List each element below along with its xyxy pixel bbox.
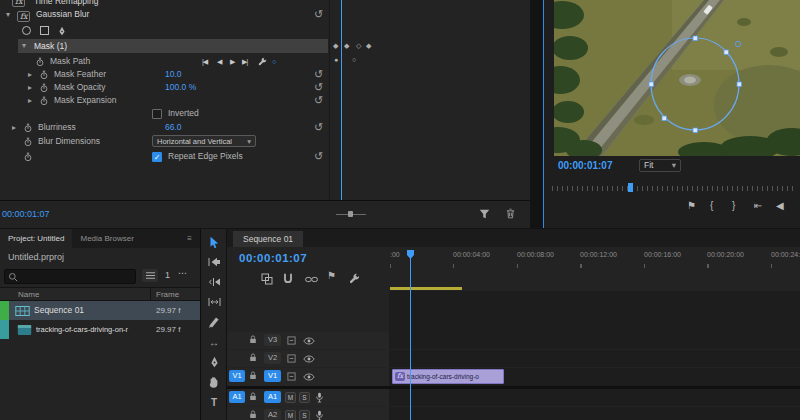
keyframe-icon[interactable]: ◆ bbox=[366, 42, 371, 50]
track-lock-icon[interactable] bbox=[249, 335, 257, 344]
pen-mask-tool[interactable] bbox=[58, 26, 66, 36]
mask-path-keyframe-icon[interactable]: ○ bbox=[352, 56, 356, 64]
zoom-slider-handle[interactable] bbox=[348, 211, 353, 217]
mask-tracking-settings-wrench-icon[interactable] bbox=[258, 57, 267, 66]
voiceover-mic-icon[interactable] bbox=[315, 392, 324, 403]
program-timecode[interactable]: 00:00:01:07 bbox=[558, 160, 612, 171]
zoom-level-dropdown[interactable]: Fit▾ bbox=[639, 159, 681, 172]
track-content-v3[interactable] bbox=[389, 332, 800, 349]
repeat-edge-pixels-checkbox[interactable]: ✓ bbox=[152, 152, 162, 162]
track-target-a1[interactable]: A1 bbox=[264, 391, 281, 403]
step-back-button[interactable]: ◀ bbox=[776, 200, 784, 211]
track-visibility-eye-icon[interactable] bbox=[303, 355, 315, 363]
track-content-v1[interactable]: fx tracking-of-cars-driving-o bbox=[389, 368, 800, 386]
track-lock-icon[interactable] bbox=[249, 353, 257, 362]
selection-tool[interactable] bbox=[206, 234, 222, 250]
track-target-v1[interactable]: V1 bbox=[264, 370, 281, 382]
reset-param-button[interactable]: ↺ bbox=[314, 150, 323, 162]
chevron-right-icon[interactable]: ▸ bbox=[28, 81, 32, 94]
inverted-checkbox[interactable] bbox=[152, 109, 162, 119]
go-to-in-button[interactable]: ⇤ bbox=[754, 200, 762, 211]
sync-lock-icon[interactable] bbox=[287, 372, 296, 381]
track-lock-icon[interactable] bbox=[249, 392, 257, 401]
column-name[interactable]: Name bbox=[18, 288, 39, 301]
timeline-settings-wrench-icon[interactable] bbox=[349, 273, 360, 284]
tab-project[interactable]: Project: Untitled bbox=[0, 229, 72, 248]
chevron-right-icon[interactable]: ▸ bbox=[12, 121, 16, 134]
project-item-clip[interactable]: tracking-of-cars-driving-on-r 29.97 f bbox=[0, 320, 200, 339]
chevron-down-icon[interactable]: ▾ bbox=[22, 39, 26, 53]
mute-button[interactable]: M bbox=[285, 410, 296, 420]
source-patch-a1[interactable]: A1 bbox=[229, 391, 245, 403]
track-content-v2[interactable] bbox=[389, 350, 800, 367]
chevron-down-icon[interactable]: ▾ bbox=[6, 8, 10, 21]
keyframe-icon[interactable]: ◆ bbox=[344, 42, 349, 50]
timeline-timecode[interactable]: 00:00:01:07 bbox=[239, 252, 307, 264]
effect-lane-playhead[interactable] bbox=[341, 0, 342, 200]
track-mask-backward-button[interactable]: ◀ bbox=[217, 55, 221, 68]
stopwatch-icon[interactable] bbox=[40, 83, 48, 93]
chevron-right-icon[interactable]: ▸ bbox=[28, 94, 32, 107]
chevron-right-icon[interactable]: ▸ bbox=[28, 68, 32, 81]
mask-feather-value[interactable]: 10.0 bbox=[165, 68, 182, 81]
stopwatch-icon[interactable] bbox=[24, 152, 32, 162]
effect-row-time-remapping[interactable]: fx Time Remapping bbox=[0, 0, 330, 8]
track-mask-forward-button[interactable]: ▶ bbox=[230, 55, 234, 68]
column-frame[interactable]: Frame bbox=[156, 288, 179, 301]
overflow-icon[interactable]: ⋯ bbox=[178, 268, 187, 278]
reset-param-button[interactable]: ↺ bbox=[314, 81, 323, 93]
blur-dimensions-dropdown[interactable]: Horizontal and Vertical▾ bbox=[152, 135, 256, 147]
rect-mask-tool[interactable] bbox=[40, 26, 49, 35]
linked-selection-icon[interactable] bbox=[305, 276, 318, 283]
mask-path-keyframe-icon[interactable]: ● bbox=[334, 56, 338, 64]
reset-effect-button[interactable]: ↺ bbox=[314, 8, 323, 20]
keyframe-icon[interactable]: ◆ bbox=[333, 42, 338, 50]
track-select-forward-tool[interactable] bbox=[206, 254, 222, 270]
track-target-v2[interactable]: V2 bbox=[264, 352, 281, 364]
filter-funnel-icon[interactable] bbox=[479, 209, 490, 219]
sync-lock-icon[interactable] bbox=[287, 336, 296, 345]
solo-button[interactable]: S bbox=[299, 392, 310, 403]
source-patch-v1[interactable]: V1 bbox=[229, 370, 245, 382]
program-scrubber[interactable] bbox=[552, 186, 795, 191]
timeline-ruler[interactable]: :00 00:00:04:00 00:00:08:00 00:00:12:00 … bbox=[389, 247, 800, 269]
track-target-v3[interactable]: V3 bbox=[264, 334, 281, 346]
stopwatch-icon[interactable] bbox=[40, 96, 48, 106]
track-content-a2[interactable] bbox=[389, 407, 800, 420]
tab-sequence-01[interactable]: Sequence 01 bbox=[233, 231, 303, 247]
trash-icon[interactable] bbox=[506, 208, 515, 219]
track-content-a1[interactable] bbox=[389, 389, 800, 406]
panel-menu-icon[interactable]: ≡ bbox=[179, 229, 200, 248]
label-color-chip[interactable] bbox=[0, 320, 9, 339]
nest-toggle-icon[interactable] bbox=[261, 273, 273, 285]
mask-group-row[interactable]: ▾ Mask (1) bbox=[18, 39, 328, 53]
pen-tool[interactable] bbox=[206, 354, 222, 370]
mask-opacity-value[interactable]: 100.0 % bbox=[165, 81, 196, 94]
track-target-a2[interactable]: A2 bbox=[264, 409, 281, 420]
solo-button[interactable]: S bbox=[299, 410, 310, 420]
track-lock-icon[interactable] bbox=[249, 371, 257, 380]
column-divider[interactable] bbox=[150, 288, 151, 300]
rolling-edit-tool[interactable] bbox=[206, 294, 222, 310]
item-name[interactable]: tracking-of-cars-driving-on-r bbox=[36, 320, 128, 339]
effect-keyframe-lane[interactable]: ◆ ◆ ◇ ◆ ● ○ bbox=[331, 0, 530, 200]
hand-tool[interactable] bbox=[206, 374, 222, 390]
stopwatch-icon[interactable] bbox=[24, 137, 32, 147]
keyframe-icon[interactable]: ◇ bbox=[356, 42, 361, 50]
label-color-chip[interactable] bbox=[0, 301, 9, 320]
add-marker-button[interactable]: ⚑ bbox=[687, 200, 696, 211]
track-visibility-eye-icon[interactable] bbox=[303, 337, 315, 345]
track-mask-to-end-button[interactable]: ▶| bbox=[242, 55, 247, 68]
ripple-edit-tool[interactable] bbox=[206, 274, 222, 290]
reset-param-button[interactable]: ↺ bbox=[314, 121, 323, 133]
snap-magnet-icon[interactable] bbox=[283, 273, 293, 284]
program-playhead[interactable] bbox=[628, 183, 633, 192]
program-video-preview[interactable] bbox=[554, 0, 800, 156]
slip-tool[interactable]: ↔ bbox=[206, 334, 222, 350]
voiceover-mic-icon[interactable] bbox=[315, 410, 324, 420]
stopwatch-icon[interactable] bbox=[40, 70, 48, 80]
timeline-clip[interactable]: fx tracking-of-cars-driving-o bbox=[392, 369, 504, 384]
list-view-button[interactable] bbox=[142, 269, 158, 282]
timeline-playhead-line[interactable] bbox=[410, 258, 411, 420]
stopwatch-icon[interactable] bbox=[24, 123, 32, 133]
